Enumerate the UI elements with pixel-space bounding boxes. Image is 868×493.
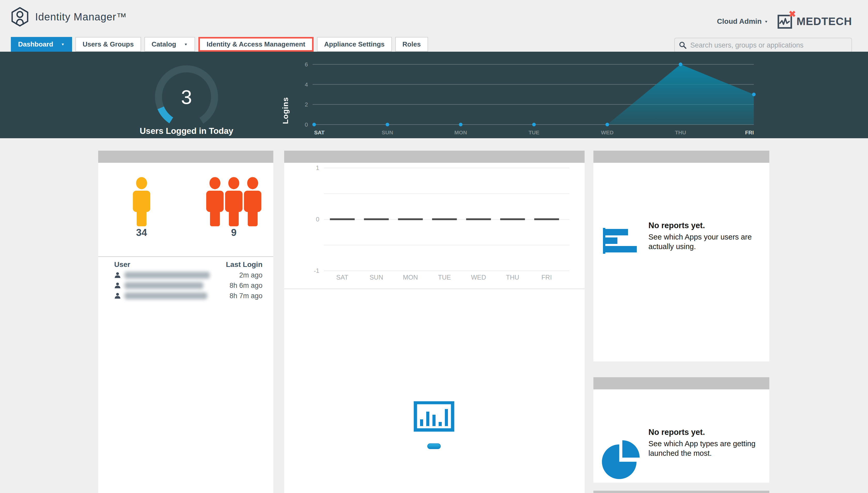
tab-roles[interactable]: Roles — [395, 37, 428, 52]
data-point — [679, 63, 682, 66]
data-point — [532, 123, 536, 126]
x-axis-label: THU — [675, 129, 686, 135]
tab-label: Dashboard — [18, 40, 53, 48]
tab-identity-access-management[interactable]: Identity & Access Management — [198, 37, 313, 52]
brand-logo: ✖ MEDTECH — [777, 14, 852, 29]
users-summary-card: 34 9 User Last Login 2m ago 8h 6m ago — [98, 151, 273, 493]
last-login-value: 8h 7m ago — [230, 292, 262, 300]
tab-catalog[interactable]: Catalog ▼ — [145, 37, 195, 52]
page-title: Identity Manager™ — [35, 11, 127, 23]
search-input[interactable] — [690, 41, 847, 50]
user-table-header: User Last Login — [98, 260, 273, 269]
caret-down-icon: ▼ — [61, 42, 65, 46]
y-tick-label: 4 — [305, 81, 308, 88]
bar-chart-placeholder-icon — [413, 401, 455, 432]
medtech-monitor-icon: ✖ — [777, 14, 792, 29]
x-axis-label: TUE — [438, 274, 451, 281]
last-login-value: 8h 6m ago — [230, 282, 262, 290]
y-tick-label: 6 — [305, 61, 308, 68]
x-axis-label: WED — [471, 274, 486, 281]
card-header-bar — [593, 151, 769, 163]
table-row[interactable]: 2m ago — [98, 270, 273, 280]
column-user: User — [114, 260, 130, 269]
tab-users-groups[interactable]: Users & Groups — [75, 37, 141, 52]
x-axis-label: SUN — [382, 129, 393, 135]
user-icon — [114, 272, 121, 279]
tab-appliance-settings[interactable]: Appliance Settings — [317, 37, 392, 52]
user-menu-label: Cloud Admin — [717, 17, 762, 26]
x-axis-label: THU — [506, 274, 519, 281]
x-axis-label: TUE — [528, 129, 539, 135]
table-row[interactable]: 8h 6m ago — [98, 280, 273, 291]
x-axis-label: WED — [601, 129, 613, 135]
zero-value-segment — [466, 218, 491, 220]
y-tick-label: 0 — [305, 122, 308, 128]
zero-value-segment — [398, 218, 423, 220]
x-axis-label: SUN — [369, 274, 383, 281]
no-reports-line: launched the most. — [648, 449, 762, 458]
last-login-value: 2m ago — [239, 271, 262, 279]
column-last-login: Last Login — [226, 260, 262, 269]
x-axis-label: FRI — [541, 274, 552, 281]
divider — [284, 288, 585, 289]
data-point — [752, 93, 756, 97]
user-icon-yellow — [130, 177, 153, 227]
x-axis-label: MON — [454, 129, 467, 135]
x-axis-label: SAT — [337, 274, 348, 281]
zero-value-segment — [330, 218, 355, 220]
no-reports-title: No reports yet. — [648, 428, 762, 437]
group-icon-orange — [241, 177, 264, 227]
tab-label: Users & Groups — [83, 40, 134, 48]
card-header-bar — [593, 377, 769, 389]
weekly-activity-card: 10-1SATSUNMONTUEWEDTHUFRI — [284, 151, 585, 493]
logins-axis-label: Logins — [281, 80, 290, 124]
broken-image-x-icon: ✖ — [789, 9, 796, 19]
groups-count: 9 — [208, 227, 260, 238]
table-row[interactable]: 8h 7m ago — [98, 291, 273, 301]
x-axis-label: FRI — [745, 129, 754, 135]
card-header-bar — [284, 151, 585, 163]
loading-pill-icon — [427, 443, 441, 449]
y-tick-label: 2 — [305, 101, 308, 108]
zero-value-segment — [534, 218, 559, 220]
search-icon — [679, 41, 687, 49]
zero-value-segment — [432, 218, 457, 220]
blurred-username — [125, 282, 203, 289]
pie-chart-icon — [601, 430, 643, 480]
data-point — [606, 123, 609, 126]
brand-name: MEDTECH — [797, 15, 852, 28]
zero-value-segment — [364, 218, 389, 220]
data-point — [459, 123, 462, 126]
users-logged-in-donut-chart: 3 — [155, 65, 218, 128]
caret-down-icon: ▼ — [764, 20, 768, 23]
tab-label: Catalog — [152, 40, 176, 48]
main-nav-tabs: Dashboard ▼ Users & Groups Catalog ▼ Ide… — [11, 37, 428, 52]
y-tick-label: 0 — [316, 216, 319, 223]
zero-value-segment — [500, 218, 525, 220]
app-types-report-card: No reports yet. See which App types are … — [593, 377, 769, 483]
no-reports-line: See which App types are getting — [648, 439, 762, 449]
identity-manager-logo-icon — [11, 7, 29, 27]
global-search — [674, 38, 852, 53]
next-card-header-partial — [593, 491, 769, 493]
tab-label: Identity & Access Management — [207, 40, 305, 48]
users-count: 34 — [119, 227, 164, 238]
user-icon — [114, 293, 121, 299]
app-logo: Identity Manager™ — [11, 7, 127, 27]
tab-dashboard[interactable]: Dashboard ▼ — [11, 37, 72, 52]
weekly-flat-line-chart: 10-1SATSUNMONTUEWEDTHUFRI — [284, 163, 585, 288]
users-logged-in-count: 3 — [181, 86, 192, 108]
dashboard-banner: 3 Users Logged in Today Logins 0246SATSU… — [0, 52, 868, 138]
logins-area — [314, 64, 754, 125]
y-tick-label: 1 — [316, 164, 319, 171]
users-logged-in-label: Users Logged in Today — [122, 126, 251, 136]
horizontal-bar-chart-icon — [603, 228, 639, 254]
no-reports-line: actually using. — [648, 242, 762, 251]
user-menu-cloud-admin[interactable]: Cloud Admin ▼ — [717, 17, 768, 26]
x-axis-label: SAT — [314, 129, 325, 135]
tab-label: Appliance Settings — [324, 40, 385, 48]
identity-manager-app: Identity Manager™ Cloud Admin ▼ ✖ MEDTEC… — [0, 0, 868, 493]
blurred-username — [125, 272, 210, 279]
user-icon — [114, 282, 121, 289]
logins-week-area-chart: 0246SATSUNMONTUEWEDTHUFRI — [297, 56, 765, 138]
